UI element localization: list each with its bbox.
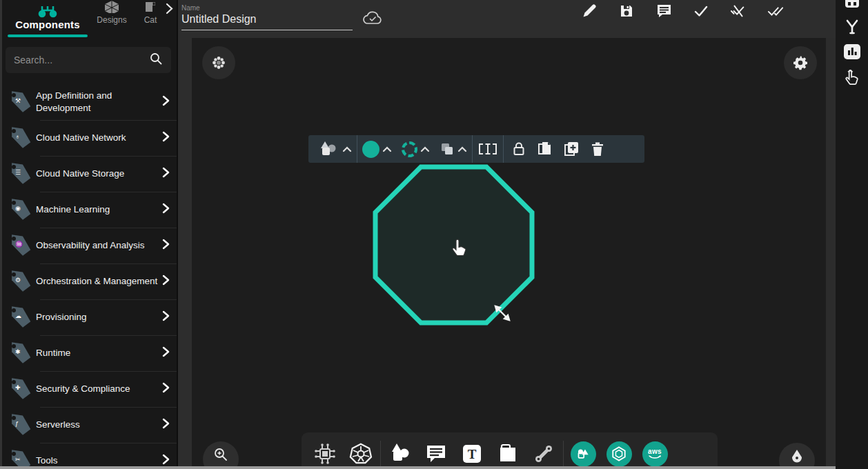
- tag-icon: ⚙: [4, 268, 36, 295]
- sidebar-item-tools[interactable]: ✂ Tools: [0, 443, 177, 469]
- component-search[interactable]: [6, 47, 171, 73]
- tag-icon: ☰: [4, 160, 36, 188]
- sidebar-item-observability[interactable]: ♒ Observability and Analysis: [0, 228, 177, 263]
- lock-icon[interactable]: [512, 141, 526, 157]
- tag-icon: ☁: [4, 303, 36, 331]
- sidebar-item-cloud-native-network[interactable]: ♁ Cloud Native Network: [0, 120, 177, 156]
- chevron-right-icon: [162, 418, 170, 432]
- dashboard-chart-icon[interactable]: [842, 41, 862, 62]
- edge-link-tool-icon[interactable]: [526, 436, 562, 469]
- canvas-settings-button[interactable]: [784, 46, 817, 79]
- chevron-up-icon[interactable]: [342, 146, 352, 152]
- pen-tool-button[interactable]: [779, 443, 815, 469]
- chevron-right-icon: [162, 346, 170, 360]
- text-tool-icon[interactable]: T: [454, 436, 490, 469]
- tab-designs[interactable]: Designs: [92, 1, 132, 37]
- chevron-right-icon: [162, 275, 170, 288]
- edit-pencil-icon[interactable]: [581, 3, 598, 19]
- duplicate-icon[interactable]: [537, 141, 552, 157]
- copy-style-layers-icon[interactable]: [440, 141, 455, 157]
- sidebar-item-runtime[interactable]: ✱ Runtime: [0, 335, 177, 371]
- tab-catalog[interactable]: Cat: [139, 1, 162, 37]
- search-input[interactable]: [14, 54, 149, 66]
- rename-icon[interactable]: [477, 142, 498, 156]
- zoom-in-button[interactable]: [203, 441, 239, 469]
- note-tool-icon[interactable]: [490, 436, 526, 469]
- category-label: Cloud Native Storage: [36, 168, 162, 180]
- toolbar-divider: [380, 441, 381, 467]
- chevron-right-icon: [162, 239, 170, 252]
- component-chip-icon[interactable]: [307, 436, 343, 469]
- chevron-right-icon: [162, 167, 170, 181]
- chevron-right-icon: [162, 382, 170, 396]
- copy-add-icon[interactable]: [563, 141, 580, 157]
- tag-icon: ✱: [4, 339, 36, 367]
- tabs-scroll-chevron-right-icon[interactable]: [165, 3, 174, 17]
- sidebar-item-machine-learning[interactable]: ◉ Machine Learning: [0, 192, 177, 228]
- right-dock-rail: [836, 0, 868, 469]
- tag-icon: ♒: [4, 232, 36, 259]
- k8s-component-button[interactable]: [601, 436, 637, 469]
- meshery-shapes-button[interactable]: [565, 436, 601, 469]
- gear-icon: [793, 55, 808, 70]
- sidebar-item-cloud-native-storage[interactable]: ☰ Cloud Native Storage: [0, 156, 177, 192]
- resize-handle-nwse[interactable]: [493, 303, 512, 326]
- components-sidebar: Components Designs Cat: [0, 0, 178, 469]
- aws-component-button[interactable]: aws: [637, 436, 673, 469]
- delete-trash-icon[interactable]: [591, 141, 604, 157]
- canvas-vertical-scrollbar[interactable]: [826, 38, 836, 469]
- chevron-up-icon[interactable]: [382, 146, 392, 152]
- fill-color-swatch[interactable]: [362, 141, 379, 158]
- cloud-check-icon: [362, 11, 383, 29]
- tab-components[interactable]: Components: [7, 6, 88, 37]
- sidebar-item-app-definition[interactable]: ⚒ App Definition and Development: [0, 84, 177, 120]
- sidebar-item-serverless[interactable]: ƒ Serverless: [0, 407, 177, 443]
- category-label: Cloud Native Network: [36, 132, 162, 144]
- category-label: Machine Learning: [36, 203, 162, 216]
- panel-partial-icon[interactable]: [842, 0, 862, 11]
- undeploy-crossed-check-icon[interactable]: [730, 3, 747, 19]
- design-header: Name: [178, 0, 836, 38]
- save-icon[interactable]: [618, 3, 635, 19]
- chevron-up-icon[interactable]: [457, 146, 467, 152]
- merge-y-icon[interactable]: [842, 17, 862, 37]
- search-icon[interactable]: [149, 52, 163, 68]
- design-name-input[interactable]: [181, 12, 353, 30]
- sitemap-icon: [36, 6, 59, 19]
- category-list: ⚒ App Definition and Development ♁ Cloud…: [0, 84, 177, 469]
- tag-icon: ◉: [4, 196, 36, 223]
- stroke-color-swatch[interactable]: [402, 141, 417, 157]
- tab-components-label: Components: [15, 19, 80, 34]
- sidebar-tabs: Components Designs Cat: [0, 0, 177, 37]
- aws-label: aws: [648, 448, 662, 455]
- chevron-right-icon: [162, 454, 170, 468]
- tab-catalog-label: Cat: [144, 15, 157, 25]
- sidebar-item-orchestration[interactable]: ⚙ Orchestration & Management: [0, 263, 177, 299]
- comment-tool-icon[interactable]: [418, 436, 454, 469]
- horizontal-scrollbar[interactable]: [0, 466, 836, 469]
- meshery-logo-icon: [103, 1, 121, 13]
- category-label: Serverless: [36, 419, 162, 431]
- tag-icon: ✚: [4, 375, 36, 403]
- sidebar-item-provisioning[interactable]: ☁ Provisioning: [0, 299, 177, 335]
- kubernetes-icon[interactable]: [343, 436, 379, 469]
- comment-icon[interactable]: [655, 3, 672, 19]
- design-canvas[interactable]: T aws: [192, 38, 826, 469]
- deploy-double-check-icon[interactable]: [767, 3, 784, 19]
- shape-context-toolbar: [308, 135, 644, 163]
- meshsync-snowflake-button[interactable]: [202, 46, 235, 79]
- chevron-right-icon: [162, 131, 170, 145]
- tab-designs-label: Designs: [97, 15, 126, 25]
- bottom-toolbar: T aws: [302, 432, 718, 469]
- chevron-right-icon: [162, 95, 170, 109]
- chevron-up-icon[interactable]: [420, 146, 430, 152]
- shape-picker-icon[interactable]: [319, 140, 339, 158]
- category-label: App Definition and Development: [36, 90, 162, 114]
- shapes-tool-icon[interactable]: [382, 436, 418, 469]
- tag-icon: ⚒: [4, 88, 36, 116]
- sidebar-item-security[interactable]: ✚ Security & Compliance: [0, 371, 177, 407]
- touch-gesture-icon[interactable]: [842, 68, 862, 88]
- validate-check-icon[interactable]: [693, 3, 709, 19]
- tag-icon: ♁: [4, 124, 36, 152]
- category-label: Orchestration & Management: [36, 275, 162, 288]
